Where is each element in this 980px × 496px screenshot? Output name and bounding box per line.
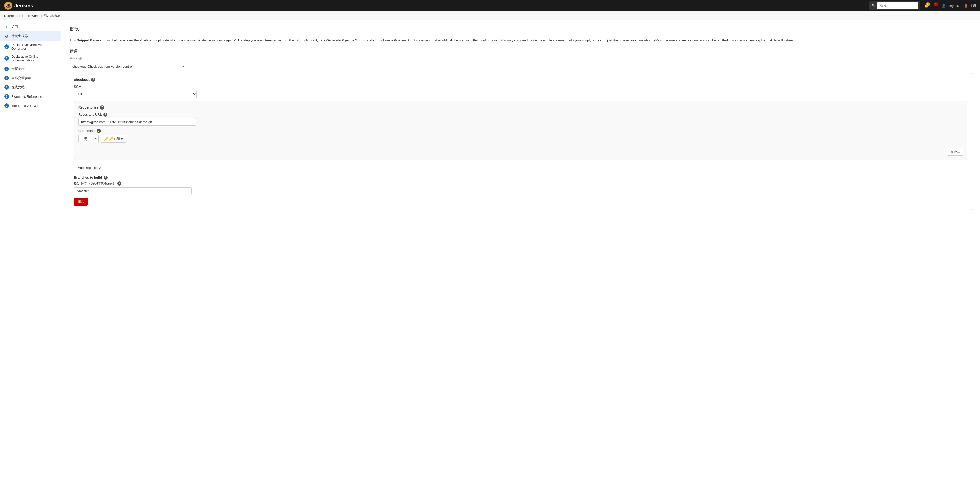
logout-label: 注销 bbox=[969, 3, 976, 8]
layout: ⬆ 返回 ⚙ 片段生成器 ? Declarative Directive Gen… bbox=[0, 20, 980, 496]
checkout-box: checkout ? SCM Git None Repositories ? R… bbox=[70, 73, 972, 210]
overview-text-2: will help you learn the Pipeline Script … bbox=[106, 38, 326, 42]
notifications-button[interactable]: 🔔 2 bbox=[924, 4, 928, 8]
sidebar-steps-reference-label: 步骤参考 bbox=[11, 67, 25, 71]
jenkins-logo[interactable]: 🎩 Jenkins bbox=[4, 2, 33, 10]
jenkins-logo-text: Jenkins bbox=[14, 3, 33, 9]
add-credentials-chevron: ▾ bbox=[121, 137, 123, 141]
help-icon-5: ? bbox=[4, 85, 9, 90]
credentials-text: Credentials bbox=[78, 129, 95, 132]
overview-title: 概览 bbox=[70, 26, 972, 35]
sidebar-item-online-docs[interactable]: ? 在线文档 bbox=[0, 83, 61, 92]
credentials-select[interactable]: - 无 - bbox=[78, 135, 99, 143]
breadcrumb-sep-2: › bbox=[41, 14, 42, 18]
logout-icon: 🚪 bbox=[964, 4, 968, 8]
sidebar-item-snippet-generator[interactable]: ⚙ 片段生成器 bbox=[0, 32, 61, 41]
help-icon-2: ? bbox=[4, 56, 9, 61]
delete-button[interactable]: 删除 bbox=[74, 198, 88, 206]
search-icon: 🔍 bbox=[871, 3, 876, 8]
breadcrumb-sep-1: › bbox=[22, 14, 23, 18]
sidebar-item-declarative-docs[interactable]: ? Declarative Online Documentation bbox=[0, 53, 61, 64]
breadcrumb-current: 流水线语法 bbox=[44, 13, 60, 18]
checkout-title: checkout ? bbox=[74, 78, 967, 81]
repositories-label: Repositories bbox=[78, 105, 99, 109]
sidebar-item-intellij-gdsl[interactable]: ? IntelliJ IDEA GDSL bbox=[0, 101, 61, 110]
checkout-help-icon[interactable]: ? bbox=[91, 78, 95, 81]
repo-url-text: Repository URL bbox=[78, 113, 102, 116]
sidebar-item-back[interactable]: ⬆ 返回 bbox=[0, 22, 61, 32]
add-credentials-button[interactable]: 🔑 🔑添加 ▾ bbox=[101, 135, 126, 142]
header-right: 🔍 🔔 2 ⚠ 1 👤 Joey Liu 🚪 注销 bbox=[869, 1, 976, 11]
logout-button[interactable]: 🚪 注销 bbox=[964, 3, 976, 8]
sidebar-intellij-gdsl-label: IntelliJ IDEA GDSL bbox=[11, 104, 39, 108]
help-icon-7: ? bbox=[4, 103, 9, 108]
gear-icon: ⚙ bbox=[4, 33, 9, 39]
steps-title: 步骤 bbox=[70, 48, 972, 54]
main-content: 概览 This Snippet Generator will help you … bbox=[61, 20, 980, 496]
search-input[interactable] bbox=[877, 2, 918, 10]
credentials-help-icon[interactable]: ? bbox=[97, 129, 101, 133]
help-icon-3: ? bbox=[4, 66, 9, 72]
header: 🎩 Jenkins 🔍 🔔 2 ⚠ 1 👤 Joey Liu 🚪 注销 bbox=[0, 0, 980, 11]
overview-text-3: , and you will see a Pipeline Script sta… bbox=[365, 38, 795, 42]
sidebar-item-global-variables[interactable]: ? 全局变量参考 bbox=[0, 73, 61, 83]
help-icon-1: ? bbox=[4, 44, 9, 49]
sample-steps-label: 示例步骤 bbox=[70, 57, 972, 61]
advanced-row: 高级... bbox=[78, 146, 963, 156]
alerts-badge: 1 bbox=[934, 2, 938, 6]
sidebar: ⬆ 返回 ⚙ 片段生成器 ? Declarative Directive Gen… bbox=[0, 20, 61, 496]
repositories-help-icon[interactable]: ? bbox=[100, 105, 104, 110]
repository-url-help-icon[interactable]: ? bbox=[103, 113, 107, 117]
overview-text: This Snippet Generator will help you lea… bbox=[70, 38, 972, 43]
branches-to-build-label: Branches to build ? bbox=[74, 175, 967, 180]
up-arrow-icon: ⬆ bbox=[4, 24, 9, 29]
branches-label-text: Branches to build bbox=[74, 175, 102, 179]
add-repository-button[interactable]: Add Repository bbox=[74, 164, 104, 171]
sidebar-declarative-docs-label: Declarative Online Documentation bbox=[11, 54, 57, 62]
user-info: 👤 Joey Liu bbox=[942, 4, 959, 8]
notifications-badge: 2 bbox=[926, 2, 930, 6]
breadcrumb: Dashboard › helloworld › 流水线语法 bbox=[0, 11, 980, 20]
user-name: Joey Liu bbox=[947, 4, 959, 8]
help-icon-4: ? bbox=[4, 75, 9, 81]
scm-select[interactable]: Git None bbox=[74, 90, 197, 98]
repositories-title: Repositories ? bbox=[78, 105, 963, 110]
header-left: 🎩 Jenkins bbox=[4, 2, 33, 10]
repository-url-input[interactable] bbox=[78, 118, 196, 126]
overview-text-1: This bbox=[70, 38, 77, 42]
key-icon: 🔑 bbox=[104, 137, 108, 141]
search-box[interactable]: 🔍 bbox=[869, 1, 920, 11]
sidebar-declarative-directive-label: Declarative Directive Generator bbox=[11, 43, 57, 50]
sidebar-item-examples-reference[interactable]: ? Examples Reference bbox=[0, 92, 61, 101]
add-credentials-label: 🔑添加 bbox=[109, 136, 120, 141]
credentials-label: Credentials ? bbox=[78, 129, 963, 133]
repositories-box: Repositories ? Repository URL ? Credenti… bbox=[74, 101, 967, 160]
user-icon: 👤 bbox=[942, 4, 946, 8]
sidebar-item-steps-reference[interactable]: ? 步骤参考 bbox=[0, 64, 61, 73]
branch-field-label: 指定分支（为空时代表any） ? bbox=[74, 181, 967, 186]
branch-specify-text: 指定分支（为空时代表any） bbox=[74, 181, 116, 186]
snippet-generator-bold: Snippet Generator bbox=[77, 38, 106, 42]
help-icon-6: ? bbox=[4, 94, 9, 99]
generate-pipeline-bold: Generate Pipeline Script bbox=[326, 38, 365, 42]
repository-url-label: Repository URL ? bbox=[78, 113, 963, 117]
alerts-button[interactable]: ⚠ 1 bbox=[934, 4, 937, 8]
breadcrumb-dashboard[interactable]: Dashboard bbox=[4, 14, 21, 18]
sidebar-online-docs-label: 在线文档 bbox=[11, 85, 25, 89]
sidebar-global-variables-label: 全局变量参考 bbox=[11, 76, 31, 80]
sidebar-examples-reference-label: Examples Reference bbox=[11, 95, 42, 99]
sidebar-snippet-label: 片段生成器 bbox=[11, 34, 28, 38]
sidebar-item-declarative-directive[interactable]: ? Declarative Directive Generator bbox=[0, 41, 61, 53]
jenkins-logo-icon: 🎩 bbox=[4, 2, 12, 10]
sidebar-back-label: 返回 bbox=[11, 25, 18, 29]
branch-field-help-icon[interactable]: ? bbox=[118, 182, 121, 185]
credentials-row: - 无 - 🔑 🔑添加 ▾ bbox=[78, 135, 963, 143]
advanced-button[interactable]: 高级... bbox=[947, 148, 963, 156]
branches-help-icon[interactable]: ? bbox=[103, 175, 108, 180]
branches-section: Branches to build ? 指定分支（为空时代表any） ? 删除 bbox=[74, 175, 967, 206]
breadcrumb-helloworld[interactable]: helloworld bbox=[25, 14, 40, 18]
checkout-label: checkout bbox=[74, 78, 89, 81]
scm-label: SCM bbox=[74, 85, 967, 89]
branch-input[interactable] bbox=[74, 187, 192, 195]
sample-steps-select[interactable]: checkout: Check out from version control bbox=[70, 63, 187, 70]
